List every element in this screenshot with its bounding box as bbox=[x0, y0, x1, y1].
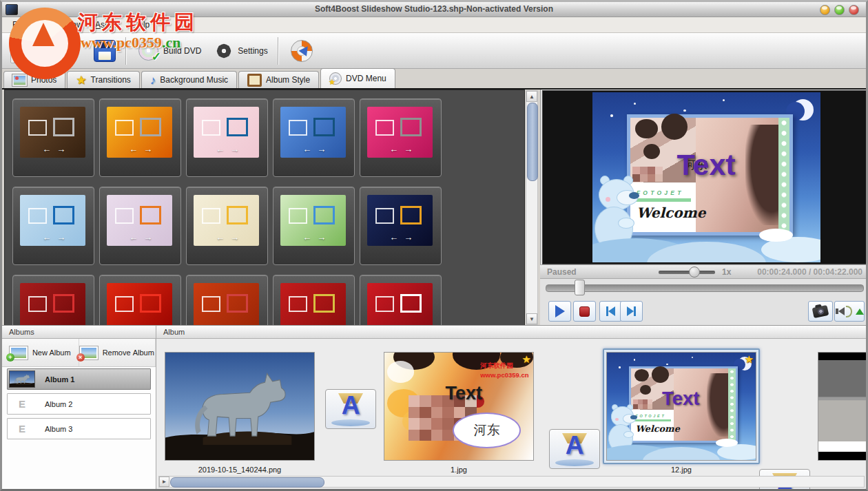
new-album-button[interactable]: + New Album bbox=[2, 339, 79, 366]
template-thumbnail: ←→ bbox=[194, 107, 259, 158]
template-thumbnail: ←→ bbox=[107, 195, 172, 246]
stop-button[interactable] bbox=[573, 301, 596, 322]
settings-button[interactable]: Settings bbox=[209, 39, 273, 63]
toolbar-separator bbox=[278, 37, 278, 65]
minimize-button[interactable] bbox=[820, 5, 830, 15]
open-folder-icon bbox=[43, 45, 67, 61]
photo-blob bbox=[652, 366, 669, 383]
mosaic-square bbox=[431, 418, 443, 430]
dvd-menu-template-pink-teddy[interactable]: ←→ bbox=[360, 98, 442, 177]
dvd-menu-template-red-ornaments[interactable]: ←→ bbox=[273, 275, 355, 326]
camera-icon bbox=[812, 304, 829, 317]
right-arrow-icon: → bbox=[230, 145, 239, 154]
template-thumbnail: ←→ bbox=[280, 195, 346, 246]
scroll-down-arrow[interactable]: ▼ bbox=[526, 313, 537, 324]
album-photo-item[interactable]: FOTOJETWelcomeText★12.jpg bbox=[603, 348, 760, 474]
dvd-menu-template-blue-teddy[interactable]: ←→ bbox=[273, 98, 355, 177]
photo-placeholder-frame bbox=[375, 296, 394, 312]
vertical-scrollbar[interactable]: ▲ ▼ bbox=[526, 90, 538, 325]
speed-slider-knob[interactable] bbox=[689, 267, 700, 278]
maximize-button[interactable] bbox=[834, 5, 845, 15]
save-project-button[interactable] bbox=[88, 37, 121, 65]
dvd-menu-template-halloween-night[interactable]: ←→ bbox=[360, 187, 442, 265]
scrollbar-thumb[interactable] bbox=[527, 103, 538, 181]
album-list: Album 1EAlbum 2EAlbum 3 bbox=[2, 366, 156, 443]
remove-album-button[interactable]: × Remove Album bbox=[79, 339, 156, 366]
album-photo-item[interactable]: 河东软件园 bbox=[818, 352, 868, 461]
seek-slider-handle[interactable] bbox=[575, 280, 585, 295]
new-project-button[interactable] bbox=[5, 36, 35, 66]
tab-dvd-menu[interactable]: DVD Menu bbox=[320, 68, 395, 88]
album-list-item-2[interactable]: EAlbum 2 bbox=[7, 393, 151, 415]
build-dvd-button[interactable]: ✓ Build DVD bbox=[133, 38, 207, 63]
dvd-menu-template-red-fire-hearts[interactable]: ←→ bbox=[99, 275, 181, 326]
close-button[interactable] bbox=[849, 5, 859, 15]
snapshot-button[interactable] bbox=[808, 301, 833, 322]
photo-thumbnail[interactable]: 河东软件园 bbox=[818, 352, 868, 461]
tab-transitions[interactable]: ★Transitions bbox=[67, 71, 140, 88]
photo-thumbnail[interactable]: 河东软件园www.pc0359.cnText河东★ bbox=[384, 352, 534, 461]
dvd-menu-template-lavender-gift[interactable]: ←→ bbox=[99, 187, 181, 265]
album-list-item-3[interactable]: EAlbum 3 bbox=[7, 418, 151, 439]
template-grid: ←→←→←→←→←→←→←→←→←→←→←→←→←→←→←→←→←→←→ bbox=[12, 98, 525, 326]
volume-button[interactable] bbox=[834, 301, 865, 322]
seek-slider[interactable] bbox=[546, 284, 864, 292]
play-button[interactable] bbox=[548, 301, 571, 322]
help-button[interactable] bbox=[285, 37, 318, 65]
stop-icon bbox=[579, 306, 590, 317]
dvd-menu-template-pink-baby[interactable]: ←→ bbox=[186, 98, 268, 177]
open-project-button[interactable] bbox=[38, 38, 85, 64]
previous-button[interactable] bbox=[599, 301, 622, 322]
photo-placeholder-frame bbox=[227, 294, 248, 313]
tab-album-style[interactable]: Album Style bbox=[238, 71, 319, 88]
scroll-right-arrow[interactable]: ► bbox=[159, 477, 169, 487]
mosaic-square bbox=[420, 395, 431, 407]
collage-photo: 河东软件园www.pc0359.cnText河东 bbox=[384, 353, 533, 460]
scrollbar-thumb[interactable] bbox=[170, 477, 324, 488]
dvd-menu-template-cream-balloons[interactable]: ←→ bbox=[186, 187, 268, 265]
menu-item-help[interactable]: Help bbox=[127, 18, 156, 32]
tab-photos[interactable]: Photos bbox=[3, 71, 65, 88]
dvd-menu-template-autumn-leaves-brown[interactable]: ←→ bbox=[12, 98, 94, 177]
speed-slider[interactable] bbox=[659, 271, 715, 274]
window-title: Soft4Boost Slideshow Studio-123.shp-Non-… bbox=[2, 2, 866, 17]
right-arrow-icon: → bbox=[56, 145, 65, 154]
album-list-item-1[interactable]: Album 1 bbox=[7, 368, 151, 390]
new-document-icon bbox=[10, 39, 30, 63]
album-strip-panel: Album 2019-10-15_140244.pngA河东软件园www.pc0… bbox=[156, 326, 866, 489]
dvd-menu-template-dark-red[interactable]: ←→ bbox=[12, 275, 94, 326]
right-arrow-icon: → bbox=[404, 233, 413, 242]
menu-item-aspect[interactable]: Aspect bbox=[89, 18, 127, 32]
star-dot bbox=[619, 366, 620, 368]
dvd-menu-template-red-snowman[interactable]: ←→ bbox=[360, 275, 442, 326]
transition-item[interactable]: A bbox=[549, 429, 600, 469]
horizontal-scrollbar[interactable]: ◄ ► bbox=[158, 476, 865, 488]
dvd-menu-template-blue-birthday-cake[interactable]: ←→ bbox=[12, 187, 94, 265]
mosaic-square bbox=[632, 167, 640, 174]
star-dot bbox=[634, 103, 637, 105]
menu-item-view[interactable]: View bbox=[59, 18, 89, 32]
dvd-menu-template-autumn-leaves-orange[interactable]: ←→ bbox=[99, 98, 181, 177]
photo-thumbnail[interactable] bbox=[165, 352, 315, 461]
photo-blob bbox=[387, 361, 414, 382]
menu-item-file[interactable]: File bbox=[6, 18, 32, 32]
menu-item-edit[interactable]: Edit bbox=[32, 18, 59, 32]
photo-placeholder-frame bbox=[202, 208, 220, 224]
album-photo-item[interactable]: 河东软件园www.pc0359.cnText河东★1.jpg bbox=[384, 352, 534, 474]
dvd-menu-template-orange-red[interactable]: ←→ bbox=[186, 275, 268, 326]
photo-thumbnail[interactable]: FOTOJETWelcomeText★ bbox=[606, 352, 756, 461]
scroll-up-arrow[interactable]: ▲ bbox=[526, 91, 537, 102]
title-bar[interactable]: Soft4Boost Slideshow Studio-123.shp-Non-… bbox=[2, 2, 866, 17]
chevron-down-icon[interactable] bbox=[74, 49, 80, 52]
photo-placeholder-frame bbox=[140, 294, 161, 313]
dvd-menu-template-cartoon-birthday[interactable]: ←→ bbox=[273, 187, 355, 265]
app-icon bbox=[6, 4, 18, 15]
next-button[interactable] bbox=[620, 301, 643, 322]
preview-viewport: FOTOJETWelcome河东Text bbox=[542, 90, 867, 264]
photo-placeholder-frame bbox=[313, 118, 335, 136]
play-icon bbox=[555, 305, 565, 317]
transition-item[interactable]: A bbox=[325, 389, 376, 429]
tab-background-music[interactable]: ♪Background Music bbox=[141, 71, 237, 88]
album-photo-item[interactable]: 2019-10-15_140244.png bbox=[165, 352, 315, 474]
tab-label: Transitions bbox=[91, 75, 131, 85]
